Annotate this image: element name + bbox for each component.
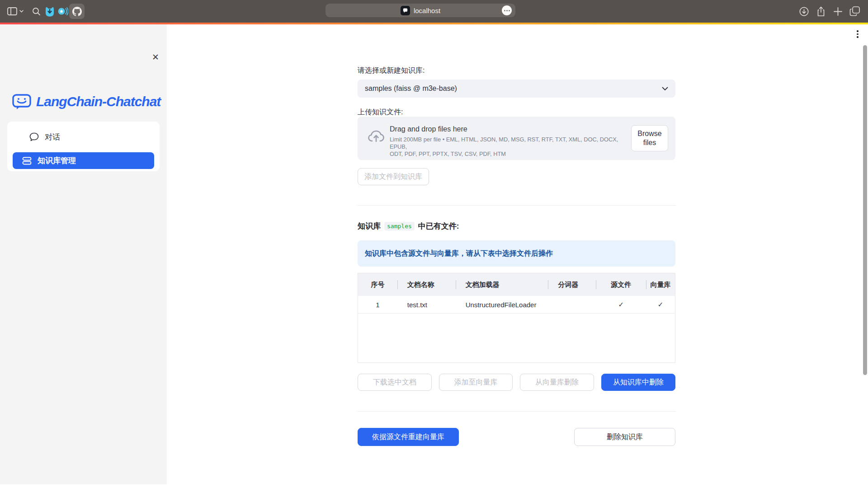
cell-loader: UnstructuredFileLoader — [456, 296, 548, 313]
nav-item-dialogue[interactable]: 对话 — [22, 127, 158, 146]
nav-menu: 对话 知识库管理 — [7, 122, 160, 171]
app-menu-kebab-icon[interactable] — [856, 30, 859, 38]
tab-overview-icon[interactable] — [848, 0, 862, 23]
dropzone-title: Drag and drop files here — [390, 125, 467, 133]
browse-files-button[interactable]: Browse files — [631, 125, 668, 151]
chevron-down-icon — [662, 87, 668, 91]
kb-stack-icon — [22, 157, 32, 165]
cell-vector-store-check: ✓ — [646, 296, 675, 313]
col-header-splitter: 分词器 — [548, 273, 596, 296]
delete-from-kb-button[interactable]: 从知识库中删除 — [601, 374, 675, 391]
cell-splitter — [548, 296, 596, 313]
col-header-source-file: 源文件 — [596, 273, 646, 296]
file-dropzone[interactable]: Drag and drop files here Limit 200MB per… — [358, 117, 675, 160]
upload-label: 上传知识文件: — [358, 108, 403, 117]
sidebar-toggle-chevron-icon[interactable] — [19, 0, 24, 23]
chat-bubble-icon — [29, 132, 39, 141]
app-window: localhost ✕ — [0, 0, 868, 488]
kb-files-table: 序号 文档名称 文档加载器 分词器 源文件 向量库 1 test.txt Uns… — [358, 273, 675, 363]
logo-bubble-icon — [12, 93, 32, 110]
cell-index: 1 — [358, 296, 397, 313]
site-favicon — [401, 6, 410, 15]
cell-doc-name: test.txt — [397, 296, 456, 313]
github-extension-button[interactable] — [69, 4, 85, 19]
rebuild-vector-store-button[interactable]: 依据源文件重建向量库 — [358, 428, 459, 446]
app-logo: LangChain-Chatchat — [12, 93, 160, 110]
kb-select-label: 请选择或新建知识库: — [358, 66, 425, 75]
info-alert-text: 知识库中包含源文件与向量库，请从下表中选择文件后操作 — [365, 249, 553, 258]
nav-item-kb-management[interactable]: 知识库管理 — [13, 152, 154, 169]
logo-text: LangChain-Chatchat — [36, 94, 160, 109]
divider — [358, 411, 675, 412]
col-header-index: 序号 — [358, 273, 397, 296]
new-tab-icon[interactable] — [832, 0, 844, 23]
kb-select-dropdown[interactable]: samples (faiss @ m3e-base) — [358, 80, 675, 98]
sidebar-toggle-icon[interactable] — [6, 0, 18, 23]
upload-cloud-icon — [368, 129, 385, 144]
search-icon[interactable] — [31, 0, 42, 23]
url-more-icon[interactable] — [502, 5, 512, 15]
sidebar-close-icon[interactable]: ✕ — [149, 51, 162, 63]
address-bar[interactable]: localhost — [326, 4, 515, 17]
add-to-vector-store-button[interactable]: 添加至向量库 — [439, 374, 513, 391]
delete-from-vector-store-button[interactable]: 从向量库删除 — [520, 374, 594, 391]
kb-name-code: samples — [384, 222, 415, 230]
downloads-icon[interactable] — [798, 0, 810, 23]
info-alert: 知识库中包含源文件与向量库，请从下表中选择文件后操作 — [358, 240, 675, 267]
kb-files-heading: 知识库 samples 中已有文件: — [358, 221, 459, 231]
scrollbar-thumb[interactable] — [863, 45, 867, 375]
sidebar: ✕ LangChain-Chatchat 对话 — [0, 24, 167, 484]
nav-item-label: 知识库管理 — [38, 155, 76, 166]
table-header-row: 序号 文档名称 文档加载器 分词器 源文件 向量库 — [358, 273, 675, 296]
col-header-vector-store: 向量库 — [646, 273, 675, 296]
delete-kb-button[interactable]: 删除知识库 — [574, 428, 675, 446]
share-icon[interactable] — [815, 0, 827, 23]
rings-extension-icon[interactable] — [57, 0, 69, 23]
nav-item-label: 对话 — [45, 132, 60, 142]
cell-source-file-check: ✓ — [596, 296, 646, 313]
col-header-doc-name: 文档名称 — [397, 273, 456, 296]
kb-selected-value: samples (faiss @ m3e-base) — [365, 84, 662, 93]
divider — [358, 205, 675, 206]
table-row[interactable]: 1 test.txt UnstructuredFileLoader ✓ ✓ — [358, 296, 675, 314]
download-selected-button[interactable]: 下载选中文档 — [358, 374, 432, 391]
dropzone-limit-text: Limit 200MB per file • EML, HTML, JSON, … — [390, 136, 630, 158]
col-header-loader: 文档加载器 — [456, 273, 548, 296]
browser-toolbar: localhost — [0, 0, 868, 23]
cat-extension-icon[interactable] — [44, 0, 56, 23]
add-files-to-kb-button[interactable]: 添加文件到知识库 — [358, 168, 429, 185]
url-text: localhost — [414, 7, 440, 14]
